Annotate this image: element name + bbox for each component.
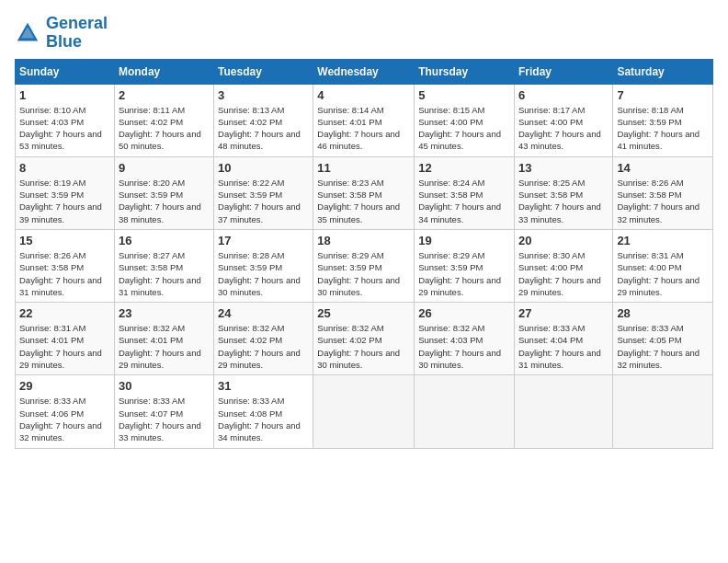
calendar-cell: 4 Sunrise: 8:14 AMSunset: 4:01 PMDayligh… (313, 84, 415, 156)
day-number: 18 (317, 234, 410, 247)
day-info: Sunrise: 8:32 AMSunset: 4:03 PMDaylight:… (418, 322, 510, 371)
calendar-header: GeneralBlue (15, 15, 713, 52)
day-number: 14 (617, 161, 709, 175)
day-number: 4 (317, 88, 410, 102)
calendar-cell: 10 Sunrise: 8:22 AMSunset: 3:59 PMDaylig… (214, 156, 313, 229)
day-info: Sunrise: 8:28 AMSunset: 3:59 PMDaylight:… (218, 249, 309, 298)
day-info: Sunrise: 8:32 AMSunset: 4:02 PMDaylight:… (218, 322, 309, 371)
calendar-cell: 31 Sunrise: 8:33 AMSunset: 4:08 PMDaylig… (214, 375, 313, 448)
day-info: Sunrise: 8:33 AMSunset: 4:05 PMDaylight:… (617, 322, 709, 371)
day-number: 8 (19, 161, 110, 175)
day-number: 27 (518, 306, 609, 320)
calendar-cell: 23 Sunrise: 8:32 AMSunset: 4:01 PMDaylig… (114, 303, 213, 375)
week-row-5: 29 Sunrise: 8:33 AMSunset: 4:06 PMDaylig… (16, 375, 713, 448)
day-info: Sunrise: 8:18 AMSunset: 3:59 PMDaylight:… (617, 104, 709, 153)
week-row-4: 22 Sunrise: 8:31 AMSunset: 4:01 PMDaylig… (16, 303, 713, 375)
calendar-cell: 26 Sunrise: 8:32 AMSunset: 4:03 PMDaylig… (415, 303, 515, 375)
day-number: 19 (418, 234, 510, 247)
day-info: Sunrise: 8:20 AMSunset: 3:59 PMDaylight:… (119, 177, 210, 225)
day-number: 20 (518, 234, 609, 247)
calendar-cell: 29 Sunrise: 8:33 AMSunset: 4:06 PMDaylig… (16, 375, 115, 448)
day-info: Sunrise: 8:26 AMSunset: 3:58 PMDaylight:… (617, 177, 709, 225)
header-thursday: Thursday (415, 59, 515, 84)
week-row-2: 8 Sunrise: 8:19 AMSunset: 3:59 PMDayligh… (16, 156, 713, 229)
calendar-cell (313, 375, 415, 448)
calendar-cell: 1 Sunrise: 8:10 AMSunset: 4:03 PMDayligh… (16, 84, 115, 156)
calendar-cell (514, 375, 612, 448)
calendar-cell: 28 Sunrise: 8:33 AMSunset: 4:05 PMDaylig… (613, 303, 713, 375)
day-info: Sunrise: 8:22 AMSunset: 3:59 PMDaylight:… (218, 177, 309, 225)
calendar-body: 1 Sunrise: 8:10 AMSunset: 4:03 PMDayligh… (16, 84, 713, 448)
day-number: 29 (19, 379, 110, 393)
day-number: 6 (518, 88, 609, 102)
header-wednesday: Wednesday (313, 59, 415, 84)
day-info: Sunrise: 8:32 AMSunset: 4:01 PMDaylight:… (119, 322, 210, 371)
header-monday: Monday (114, 59, 213, 84)
day-info: Sunrise: 8:27 AMSunset: 3:58 PMDaylight:… (119, 249, 210, 298)
calendar-cell (415, 375, 515, 448)
day-number: 24 (218, 306, 309, 320)
calendar-cell: 22 Sunrise: 8:31 AMSunset: 4:01 PMDaylig… (16, 303, 115, 375)
calendar-cell: 17 Sunrise: 8:28 AMSunset: 3:59 PMDaylig… (214, 229, 313, 302)
calendar-cell: 13 Sunrise: 8:25 AMSunset: 3:58 PMDaylig… (514, 156, 612, 229)
day-info: Sunrise: 8:31 AMSunset: 4:00 PMDaylight:… (617, 249, 709, 298)
calendar-cell: 24 Sunrise: 8:32 AMSunset: 4:02 PMDaylig… (214, 303, 313, 375)
day-number: 7 (617, 88, 709, 102)
day-number: 22 (19, 306, 110, 320)
day-info: Sunrise: 8:26 AMSunset: 3:58 PMDaylight:… (19, 249, 110, 298)
day-info: Sunrise: 8:23 AMSunset: 3:58 PMDaylight:… (317, 177, 410, 225)
calendar-cell: 20 Sunrise: 8:30 AMSunset: 4:00 PMDaylig… (514, 229, 612, 302)
day-info: Sunrise: 8:15 AMSunset: 4:00 PMDaylight:… (418, 104, 510, 153)
day-number: 11 (317, 161, 410, 175)
logo: GeneralBlue (15, 15, 108, 52)
day-info: Sunrise: 8:24 AMSunset: 3:58 PMDaylight:… (418, 177, 510, 225)
logo-text: GeneralBlue (46, 15, 108, 52)
day-info: Sunrise: 8:31 AMSunset: 4:01 PMDaylight:… (19, 322, 110, 371)
day-number: 28 (617, 306, 709, 320)
day-info: Sunrise: 8:33 AMSunset: 4:04 PMDaylight:… (518, 322, 609, 371)
calendar-cell: 6 Sunrise: 8:17 AMSunset: 4:00 PMDayligh… (514, 84, 612, 156)
day-info: Sunrise: 8:19 AMSunset: 3:59 PMDaylight:… (19, 177, 110, 225)
day-number: 10 (218, 161, 309, 175)
day-number: 1 (19, 88, 110, 102)
day-number: 26 (418, 306, 510, 320)
calendar-cell: 16 Sunrise: 8:27 AMSunset: 3:58 PMDaylig… (114, 229, 213, 302)
day-info: Sunrise: 8:32 AMSunset: 4:02 PMDaylight:… (317, 322, 410, 371)
day-info: Sunrise: 8:17 AMSunset: 4:00 PMDaylight:… (518, 104, 609, 153)
day-info: Sunrise: 8:11 AMSunset: 4:02 PMDaylight:… (119, 104, 210, 153)
calendar-cell: 5 Sunrise: 8:15 AMSunset: 4:00 PMDayligh… (415, 84, 515, 156)
day-number: 17 (218, 234, 309, 247)
calendar-cell: 12 Sunrise: 8:24 AMSunset: 3:58 PMDaylig… (415, 156, 515, 229)
day-info: Sunrise: 8:33 AMSunset: 4:06 PMDaylight:… (19, 395, 110, 443)
header-tuesday: Tuesday (214, 59, 313, 84)
day-number: 23 (119, 306, 210, 320)
calendar-cell: 8 Sunrise: 8:19 AMSunset: 3:59 PMDayligh… (16, 156, 115, 229)
day-number: 3 (218, 88, 309, 102)
calendar-cell: 9 Sunrise: 8:20 AMSunset: 3:59 PMDayligh… (114, 156, 213, 229)
day-info: Sunrise: 8:29 AMSunset: 3:59 PMDaylight:… (317, 249, 410, 298)
calendar-cell: 15 Sunrise: 8:26 AMSunset: 3:58 PMDaylig… (16, 229, 115, 302)
day-info: Sunrise: 8:13 AMSunset: 4:02 PMDaylight:… (218, 104, 309, 153)
day-info: Sunrise: 8:33 AMSunset: 4:07 PMDaylight:… (119, 395, 210, 443)
week-row-1: 1 Sunrise: 8:10 AMSunset: 4:03 PMDayligh… (16, 84, 713, 156)
day-number: 31 (218, 379, 309, 393)
calendar-cell: 3 Sunrise: 8:13 AMSunset: 4:02 PMDayligh… (214, 84, 313, 156)
calendar-cell: 21 Sunrise: 8:31 AMSunset: 4:00 PMDaylig… (613, 229, 713, 302)
calendar-cell: 2 Sunrise: 8:11 AMSunset: 4:02 PMDayligh… (114, 84, 213, 156)
calendar-cell: 11 Sunrise: 8:23 AMSunset: 3:58 PMDaylig… (313, 156, 415, 229)
day-info: Sunrise: 8:10 AMSunset: 4:03 PMDaylight:… (19, 104, 110, 153)
calendar-table: SundayMondayTuesdayWednesdayThursdayFrid… (15, 59, 713, 449)
day-info: Sunrise: 8:29 AMSunset: 3:59 PMDaylight:… (418, 249, 510, 298)
calendar-cell: 18 Sunrise: 8:29 AMSunset: 3:59 PMDaylig… (313, 229, 415, 302)
header-saturday: Saturday (613, 59, 713, 84)
day-number: 21 (617, 234, 709, 247)
day-number: 9 (119, 161, 210, 175)
calendar-header-row: SundayMondayTuesdayWednesdayThursdayFrid… (16, 59, 713, 84)
day-info: Sunrise: 8:33 AMSunset: 4:08 PMDaylight:… (218, 395, 309, 443)
week-row-3: 15 Sunrise: 8:26 AMSunset: 3:58 PMDaylig… (16, 229, 713, 302)
calendar-cell: 19 Sunrise: 8:29 AMSunset: 3:59 PMDaylig… (415, 229, 515, 302)
day-number: 2 (119, 88, 210, 102)
day-info: Sunrise: 8:25 AMSunset: 3:58 PMDaylight:… (518, 177, 609, 225)
day-number: 25 (317, 306, 410, 320)
calendar-cell: 27 Sunrise: 8:33 AMSunset: 4:04 PMDaylig… (514, 303, 612, 375)
